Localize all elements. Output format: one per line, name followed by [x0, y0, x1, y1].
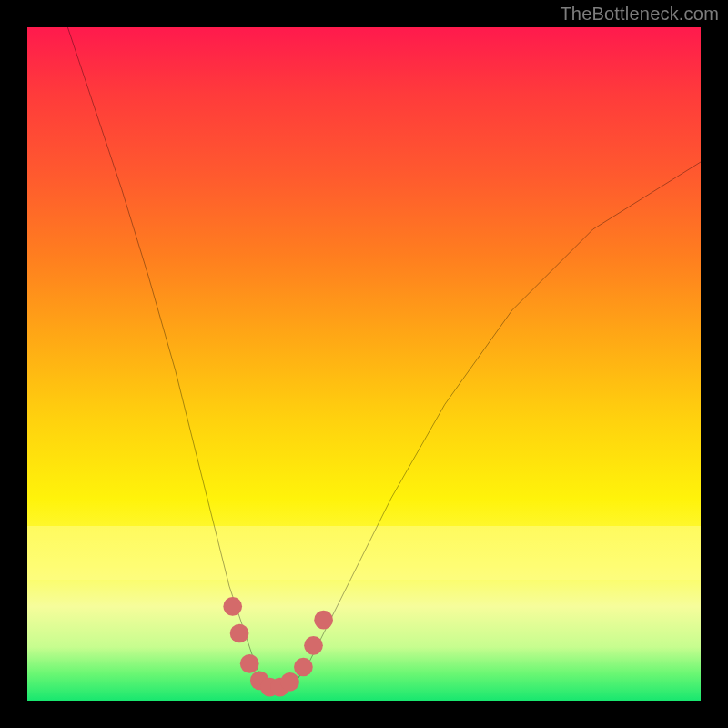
trough-marker [294, 658, 313, 677]
trough-marker [314, 611, 333, 630]
plot-area [27, 27, 701, 701]
trough-marker [240, 654, 259, 673]
chart-frame: TheBottleneck.com [0, 0, 728, 728]
trough-marker [223, 597, 242, 616]
watermark-text: TheBottleneck.com [560, 4, 719, 25]
bottleneck-curve [67, 27, 701, 691]
trough-marker [304, 636, 323, 655]
trough-marker [230, 624, 249, 643]
series-layer [27, 27, 701, 701]
trough-marker [280, 672, 299, 692]
trough-markers [223, 597, 333, 697]
